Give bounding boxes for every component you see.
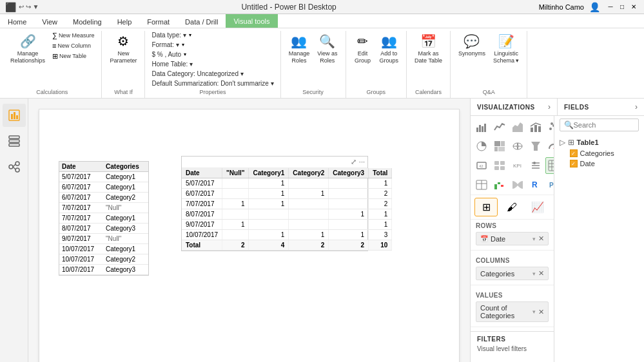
columns-field-categories[interactable]: Categories ▾ ✕	[476, 267, 549, 280]
viz-icon-slicer[interactable]	[527, 157, 544, 174]
home-table-label: Home Table: ▾	[151, 61, 193, 68]
security-label: Security	[302, 88, 324, 95]
format-arrow[interactable]: ▾	[182, 42, 184, 48]
viz-icon-scatter[interactable]	[545, 119, 554, 135]
viz-icon-r[interactable]: R	[527, 176, 544, 193]
table-row: 10/07/2017Category3	[59, 265, 148, 275]
values-section: Values Count of Categories ▾ ✕	[471, 289, 554, 327]
visual-level-filters[interactable]: Visual level filters	[477, 345, 547, 352]
matrix-focus-icon[interactable]: ⤢	[351, 158, 356, 166]
tab-data-drill[interactable]: Data / Drill	[177, 14, 226, 28]
ribbon-tabs: Home View Modeling Help Format Data / Dr…	[0, 14, 644, 28]
columns-categories-remove[interactable]: ✕	[538, 269, 544, 278]
new-column-btn[interactable]: ≡ New Column	[50, 41, 96, 50]
canvas: Date Categories 5/07/2017Category1 6/07/…	[28, 99, 470, 362]
tab-help[interactable]: Help	[110, 14, 140, 28]
manage-roles-btn[interactable]: 👥 ManageRoles	[286, 31, 313, 66]
table-visual-small[interactable]: Date Categories 5/07/2017Category1 6/07/…	[59, 161, 149, 276]
viz-icon-treemap[interactable]	[491, 138, 508, 155]
new-table-btn[interactable]: ⊞ New Table	[50, 52, 96, 61]
ribbon-group-security: 👥 ManageRoles 🔍 View asRoles Security	[281, 31, 346, 98]
tab-modeling[interactable]: Modeling	[65, 14, 110, 28]
tab-format[interactable]: Format	[139, 14, 177, 28]
viz-icon-combo[interactable]	[527, 119, 544, 135]
viz-icon-gauge[interactable]	[545, 138, 554, 155]
close-btn[interactable]: ✕	[629, 2, 639, 12]
viz-icon-pie[interactable]	[473, 138, 490, 155]
matrix-visual[interactable]: ⤢ ··· Date "Null" Category1 Category2 Ca…	[181, 156, 368, 251]
viz-icon-matrix[interactable]	[545, 157, 554, 174]
ribbon-group-calculations: 🔗 ManageRelationships ∑ New Measure ≡ Ne…	[3, 31, 102, 98]
linguistic-schema-label: LinguisticSchema ▾	[493, 50, 520, 64]
fields-search-box[interactable]: 🔍	[560, 119, 639, 131]
svg-rect-44	[549, 160, 554, 171]
viz-icon-waterfall[interactable]	[491, 176, 508, 193]
default-summarization-row: Default Summarization: Don't summarize ▾	[150, 79, 275, 88]
sidebar-data-icon[interactable]	[3, 129, 26, 153]
new-parameter-btn[interactable]: ⚙ NewParameter	[107, 31, 139, 66]
data-type-arrow[interactable]: ▾	[189, 32, 191, 38]
matrix-more-icon[interactable]: ···	[359, 158, 365, 166]
values-field-count[interactable]: Count of Categories ▾ ✕	[476, 301, 549, 322]
edit-group-btn[interactable]: ✏ EditGroup	[351, 31, 375, 66]
mark-date-table-btn[interactable]: 📅 Mark asDate Table	[412, 31, 445, 66]
viz-icon-bar[interactable]	[473, 119, 490, 135]
table1-header[interactable]: ▷ ⊞ Table1	[560, 137, 639, 148]
manage-relationships-btn[interactable]: 🔗 ManageRelationships	[8, 31, 48, 66]
viz-icon-map[interactable]	[509, 138, 526, 155]
viz-icon-kpi[interactable]: KPI	[509, 157, 526, 174]
viz-icon-python[interactable]: Py	[545, 176, 554, 193]
viz-icon-ribbon[interactable]	[509, 176, 526, 193]
add-groups-btn[interactable]: 👥 Add toGroups	[377, 31, 402, 66]
build-fields-btn[interactable]: ⊞	[474, 198, 498, 216]
rows-date-remove[interactable]: ✕	[538, 234, 544, 243]
new-measure-btn[interactable]: ∑ New Measure	[50, 31, 96, 40]
categories-checkbox[interactable]: ✓	[570, 149, 578, 157]
svg-rect-17	[531, 128, 533, 132]
table-row: 5/07/2017Category1	[59, 172, 148, 182]
rows-field-date[interactable]: 📅 Date ▾ ✕	[476, 232, 549, 245]
field-categories[interactable]: ✓ Categories	[560, 148, 639, 158]
quick-access[interactable]: ↩ ↪ ▼	[19, 3, 39, 10]
table-row: 6/07/2017Category1	[59, 182, 148, 193]
ribbon-group-groups: ✏ EditGroup 👥 Add toGroups Groups	[346, 31, 407, 98]
window-controls[interactable]: ─ □ ✕	[605, 2, 639, 12]
sidebar-report-icon[interactable]	[3, 104, 26, 127]
linguistic-schema-btn[interactable]: 📝 LinguisticSchema ▾	[491, 31, 522, 66]
minimize-btn[interactable]: ─	[605, 2, 616, 12]
synonyms-label: Synonyms	[458, 50, 485, 57]
account-icon[interactable]: 👤	[589, 2, 600, 12]
viz-icon-area[interactable]	[509, 119, 526, 135]
viz-icon-funnel[interactable]	[527, 138, 544, 155]
maximize-btn[interactable]: □	[617, 2, 627, 12]
format-options-arrow[interactable]: ▾	[184, 52, 186, 57]
build-format-btn[interactable]: 🖌	[500, 198, 523, 216]
matrix-col-cat1: Category1	[249, 168, 289, 178]
values-count-remove[interactable]: ✕	[538, 308, 544, 316]
fields-expand-icon[interactable]: ›	[635, 102, 638, 111]
build-analytics-btn[interactable]: 📈	[526, 198, 549, 216]
whatif-buttons: ⚙ NewParameter	[107, 31, 139, 88]
viz-icon-table[interactable]	[473, 176, 490, 193]
view-as-roles-btn[interactable]: 🔍 View asRoles	[315, 31, 340, 66]
viz-expand-icon[interactable]: ›	[548, 102, 551, 111]
tab-visual-tools[interactable]: Visual tools	[226, 14, 277, 28]
viz-icon-multicard[interactable]	[491, 157, 508, 174]
date-checkbox[interactable]: ✓	[570, 160, 578, 167]
properties-label: Properties	[200, 88, 226, 95]
tab-home[interactable]: Home	[0, 14, 34, 28]
date-name: Date	[580, 160, 595, 167]
synonyms-btn[interactable]: 💬 Synonyms	[456, 31, 488, 59]
viz-icon-line[interactable]	[491, 119, 508, 135]
svg-point-20	[549, 128, 552, 130]
matrix-header-controls: ⤢ ···	[182, 157, 367, 168]
ribbon-group-qa: 💬 Synonyms 📝 LinguisticSchema ▾ Q&A	[451, 31, 528, 98]
viz-icon-card[interactable]: 42	[473, 157, 490, 174]
svg-text:42: 42	[479, 164, 483, 168]
svg-marker-16	[512, 122, 523, 132]
search-input[interactable]	[574, 121, 634, 129]
new-table-label: New Table	[59, 53, 86, 60]
sidebar-model-icon[interactable]	[3, 155, 26, 178]
field-date[interactable]: ✓ Date	[560, 158, 639, 169]
tab-view[interactable]: View	[34, 14, 65, 28]
